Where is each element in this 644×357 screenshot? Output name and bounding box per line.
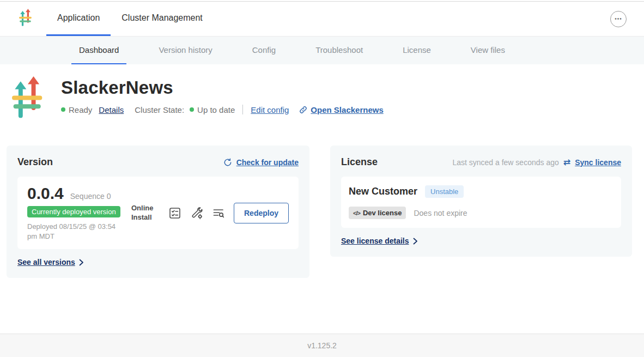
license-type-badge: </> Dev license	[349, 207, 406, 219]
release-notes-icon[interactable]	[168, 207, 181, 220]
dashboard-cards: Version Check for update	[7, 146, 632, 278]
view-logs-icon[interactable]	[212, 207, 225, 220]
see-all-versions-label: See all versions	[17, 258, 75, 267]
see-license-details-label: See license details	[341, 237, 409, 245]
subnav-item-config[interactable]: Config	[245, 37, 283, 64]
ready-status-dot-icon	[61, 107, 65, 112]
app-header: SlackerNews Ready Details Cluster State:…	[12, 76, 632, 122]
deployed-timestamp: Deployed 08/15/25 @ 03:54 pm MDT	[27, 222, 121, 241]
sync-icon: ⇄	[563, 158, 570, 167]
deployed-badge: Currently deployed version	[27, 206, 120, 217]
top-tabs: Application Cluster Management	[46, 2, 214, 36]
channel-badge: Unstable	[425, 185, 464, 198]
sync-license-link[interactable]: Sync license	[575, 158, 621, 167]
version-card: Version Check for update	[7, 146, 309, 278]
check-for-update-link[interactable]: Check for update	[223, 158, 299, 167]
version-card-title: Version	[17, 156, 53, 168]
refresh-icon	[223, 158, 232, 167]
tab-cluster-management[interactable]: Cluster Management	[111, 2, 214, 36]
open-app-link-label: Open Slackernews	[311, 105, 383, 114]
license-card-header: License Last synced a few seconds ago ⇄ …	[341, 156, 621, 168]
slackernews-app-icon	[12, 76, 44, 122]
license-type-label: Dev license	[363, 209, 402, 217]
see-all-versions-link[interactable]: See all versions	[17, 258, 84, 267]
cluster-state-value: Up to date	[197, 105, 235, 114]
slackernews-logo-icon	[19, 9, 32, 29]
last-synced-text: Last synced a few seconds ago	[452, 158, 558, 167]
version-card-header: Version Check for update	[17, 156, 299, 168]
version-sequence: Sequence 0	[70, 192, 111, 201]
current-version-info: 0.0.4 Sequence 0 Currently deployed vers…	[27, 184, 121, 241]
install-type-label: Online Install	[131, 204, 159, 222]
subnav-item-view-files[interactable]: View files	[463, 37, 513, 64]
subnav-item-dashboard[interactable]: Dashboard	[71, 37, 126, 64]
console-version: v1.125.2	[307, 341, 337, 350]
app-status-text: Ready	[69, 105, 92, 114]
open-app-link[interactable]: Open Slackernews	[299, 105, 383, 114]
console-footer: v1.125.2	[0, 334, 644, 357]
edit-config-link[interactable]: Edit config	[251, 105, 289, 114]
redeploy-button[interactable]: Redeploy	[234, 203, 289, 223]
details-link[interactable]: Details	[99, 105, 124, 114]
subnav-item-troubleshoot[interactable]: Troubleshoot	[308, 37, 370, 64]
top-bar: Application Cluster Management •••	[0, 2, 644, 37]
version-number: 0.0.4	[27, 184, 64, 203]
divider	[242, 105, 243, 114]
code-icon: </>	[353, 210, 360, 216]
customer-name: New Customer	[349, 186, 417, 197]
config-wrench-icon[interactable]	[190, 207, 203, 220]
see-license-details-link[interactable]: See license details	[341, 237, 418, 245]
more-options-button[interactable]: •••	[610, 11, 627, 27]
subnav-item-version-history[interactable]: Version history	[151, 37, 220, 64]
license-panel: New Customer Unstable </> Dev license Do…	[341, 177, 621, 228]
app-logo	[19, 9, 32, 29]
page-title: SlackerNews	[61, 77, 384, 98]
check-for-update-label: Check for update	[236, 158, 299, 167]
current-version-panel: 0.0.4 Sequence 0 Currently deployed vers…	[17, 177, 299, 249]
version-actions: Redeploy	[168, 203, 289, 223]
license-expiration: Does not expire	[414, 209, 467, 217]
license-card: License Last synced a few seconds ago ⇄ …	[330, 146, 632, 257]
app-status-row: Ready Details Cluster State: Up to date …	[61, 105, 384, 114]
subnav-item-license[interactable]: License	[395, 37, 439, 64]
chevron-right-icon	[413, 238, 418, 245]
license-card-title: License	[341, 156, 378, 168]
dashboard-main: SlackerNews Ready Details Cluster State:…	[0, 64, 644, 334]
ellipsis-icon: •••	[615, 16, 622, 22]
cluster-state-label: Cluster State:	[135, 105, 184, 114]
admin-console-page: Application Cluster Management ••• Dashb…	[0, 0, 644, 357]
app-subnav: Dashboard Version history Config Trouble…	[0, 37, 644, 64]
chevron-right-icon	[79, 259, 84, 266]
cluster-state-dot-icon	[190, 107, 194, 112]
link-icon	[299, 105, 308, 114]
tab-application[interactable]: Application	[46, 2, 111, 36]
